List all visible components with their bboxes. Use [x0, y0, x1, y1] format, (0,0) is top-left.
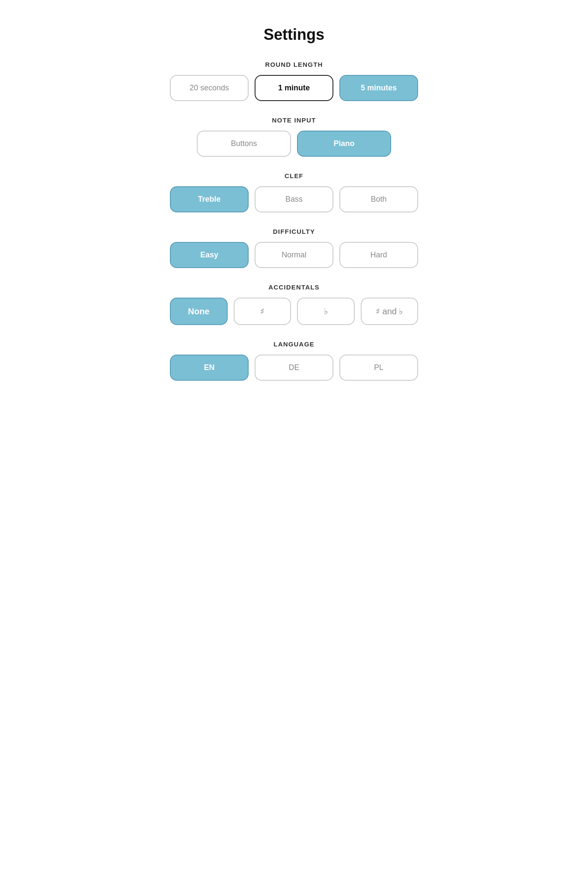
accidentals-label: ACCIDENTALS	[268, 283, 320, 291]
clef-group: Treble Bass Both	[170, 186, 418, 212]
section-language: LANGUAGE EN DE PL	[170, 340, 418, 381]
btn-flat[interactable]: ♭	[297, 298, 355, 325]
note-input-group: Buttons Piano	[170, 131, 418, 157]
round-length-label: ROUND LENGTH	[265, 61, 323, 68]
round-length-group: 20 seconds 1 minute 5 minutes	[170, 75, 418, 101]
language-group: EN DE PL	[170, 355, 418, 381]
btn-sharp-and-flat[interactable]: ♯ and ♭	[361, 298, 419, 325]
section-note-input: NOTE INPUT Buttons Piano	[170, 116, 418, 157]
btn-piano[interactable]: Piano	[297, 131, 391, 157]
clef-label: CLEF	[285, 172, 303, 179]
note-input-label: NOTE INPUT	[272, 116, 316, 124]
btn-5m[interactable]: 5 minutes	[339, 75, 418, 101]
btn-hard[interactable]: Hard	[339, 242, 418, 268]
btn-en[interactable]: EN	[170, 355, 249, 381]
section-round-length: ROUND LENGTH 20 seconds 1 minute 5 minut…	[170, 61, 418, 101]
language-label: LANGUAGE	[273, 340, 314, 348]
btn-both-clef[interactable]: Both	[339, 186, 418, 212]
btn-sharp[interactable]: ♯	[234, 298, 291, 325]
btn-1m[interactable]: 1 minute	[255, 75, 333, 101]
accidentals-group: None ♯ ♭ ♯ and ♭	[170, 298, 418, 325]
btn-de[interactable]: DE	[255, 355, 333, 381]
btn-buttons[interactable]: Buttons	[197, 131, 291, 157]
btn-20s[interactable]: 20 seconds	[170, 75, 249, 101]
page-title: Settings	[264, 26, 324, 44]
settings-container: Settings ROUND LENGTH 20 seconds 1 minut…	[157, 9, 431, 422]
section-difficulty: DIFFICULTY Easy Normal Hard	[170, 228, 418, 268]
btn-none[interactable]: None	[170, 298, 228, 325]
btn-normal[interactable]: Normal	[255, 242, 333, 268]
btn-pl[interactable]: PL	[339, 355, 418, 381]
section-accidentals: ACCIDENTALS None ♯ ♭ ♯ and ♭	[170, 283, 418, 325]
btn-bass[interactable]: Bass	[255, 186, 333, 212]
difficulty-label: DIFFICULTY	[273, 228, 315, 235]
btn-treble[interactable]: Treble	[170, 186, 249, 212]
btn-easy[interactable]: Easy	[170, 242, 249, 268]
difficulty-group: Easy Normal Hard	[170, 242, 418, 268]
section-clef: CLEF Treble Bass Both	[170, 172, 418, 212]
